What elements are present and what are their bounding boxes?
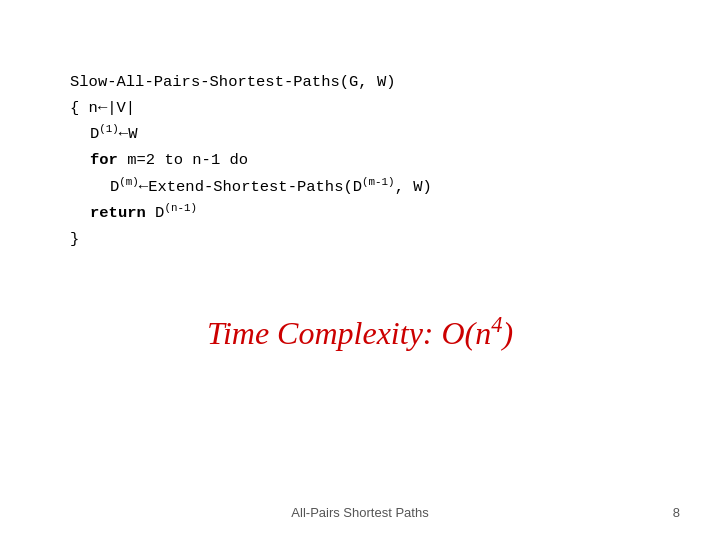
footer-text: All-Pairs Shortest Paths xyxy=(291,505,428,520)
code-text: } xyxy=(70,230,79,248)
code-line-1: Slow-All-Pairs-Shortest-Paths(G, W) xyxy=(70,70,660,96)
page-number: 8 xyxy=(673,505,680,520)
code-line-4: for m=2 to n-1 do xyxy=(90,148,660,174)
code-text: D(m)←Extend-Shortest-Paths(D(m-1), W) xyxy=(110,178,432,196)
slide: Slow-All-Pairs-Shortest-Paths(G, W) { n←… xyxy=(0,0,720,540)
code-block: Slow-All-Pairs-Shortest-Paths(G, W) { n←… xyxy=(70,70,660,252)
code-line-2: { n←|V| xyxy=(70,96,660,122)
code-line-6: return D(n-1) xyxy=(90,200,660,227)
code-text: m=2 to n-1 do xyxy=(118,151,248,169)
code-line-3: D(1)←W xyxy=(90,121,660,148)
code-text: D(n-1) xyxy=(146,204,197,222)
code-text: { n←|V| xyxy=(70,99,135,117)
footer: All-Pairs Shortest Paths xyxy=(0,505,720,520)
code-text: Slow-All-Pairs-Shortest-Paths(G, W) xyxy=(70,73,396,91)
code-text: D(1)←W xyxy=(90,125,137,143)
code-line-5: D(m)←Extend-Shortest-Paths(D(m-1), W) xyxy=(110,173,660,200)
time-complexity-section: Time Complexity: O(n4) xyxy=(60,312,660,352)
code-keyword-return: return xyxy=(90,204,146,222)
time-complexity-text: Time Complexity: O(n4) xyxy=(207,315,513,351)
code-keyword-for: for xyxy=(90,151,118,169)
code-line-7: } xyxy=(70,227,660,253)
